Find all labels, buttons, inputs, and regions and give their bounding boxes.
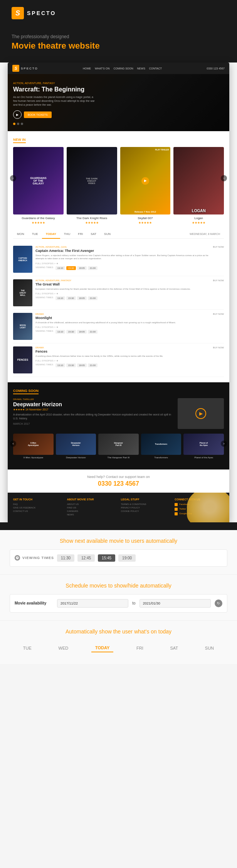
time-pill-1900[interactable]: 19:00 <box>118 554 136 562</box>
footer-link-find[interactable]: FIND US <box>67 507 116 509</box>
cs-right-arrow[interactable]: › <box>221 441 227 447</box>
buy-btn-1[interactable]: BUY NOW <box>213 246 224 248</box>
viewing-label-container: VIEWING TIMES <box>15 555 54 561</box>
feature-section-3: Automatically show the user what's on to… <box>0 621 237 664</box>
featured-movie: DRAMA, THRILLER Deepwater Horizon ★★★★★ … <box>13 398 224 429</box>
time-4-3[interactable]: 18:05 <box>77 363 87 367</box>
footer-link-terms[interactable]: TERMS & CONDITIONS <box>121 503 170 505</box>
hero-desc: As an Orc horde invades the planet Azero… <box>13 95 98 106</box>
skyfall-play-btn[interactable]: ▶ <box>141 177 149 185</box>
day-today[interactable]: TODAY <box>42 230 60 239</box>
poster-bg-1: GUARDIANSOF THEGALAXY <box>13 147 64 214</box>
top-header: S SPECTO <box>0 0 237 26</box>
footer-link-contact[interactable]: CONTACT US <box>13 510 62 512</box>
day-tab-fri[interactable]: FRI <box>133 644 147 652</box>
nav-contact[interactable]: CONTACT <box>149 67 162 70</box>
time-2-2[interactable]: 15:30 <box>66 296 76 300</box>
footer-link-about[interactable]: ABOUT US <box>67 503 116 505</box>
hero-section: ACTION, ADVENTURE, FANTASY Warcraft: The… <box>8 74 229 131</box>
hero-dot-1[interactable] <box>13 123 15 125</box>
feature-3-today: today <box>158 628 171 635</box>
time-pill-1130[interactable]: 11:30 <box>57 554 74 562</box>
cs-card-2[interactable]: DeepwaterHorizon Deepwater Horizon <box>56 434 96 459</box>
time-3-1[interactable]: 13:10 <box>55 330 65 334</box>
time-1-2[interactable]: 15:30 <box>66 266 76 270</box>
footer-link-faq[interactable]: FAQ <box>13 503 62 505</box>
cs-card-5[interactable]: Planet ofthe Apes Planet of the Apes <box>183 434 224 459</box>
day-tab-wed[interactable]: WED <box>55 644 72 652</box>
day-sun[interactable]: SUN <box>100 230 114 239</box>
day-fri[interactable]: FRI <box>74 230 87 239</box>
footer-link-news[interactable]: NEWS <box>67 513 116 516</box>
date-to-input[interactable]: 2021/01/30 <box>140 599 211 608</box>
browser-mockup: S SPECTO HOME WHAT'S ON COMING SOON NEWS… <box>8 62 229 522</box>
time-2-3[interactable]: 18:05 <box>77 296 87 300</box>
coming-soon-label: COMING SOON <box>13 389 39 394</box>
day-sat[interactable]: SAT <box>87 230 100 239</box>
footer-link-careers[interactable]: CAREERS <box>67 510 116 512</box>
time-4-1[interactable]: 13:10 <box>55 363 65 367</box>
time-1-3[interactable]: 18:05 <box>77 266 87 270</box>
time-4-4[interactable]: 21:00 <box>88 363 97 367</box>
cs-title-1: X-Men: Apocalypse <box>13 456 54 459</box>
cs-title-3: The Hangover Part III <box>98 456 139 459</box>
day-tab-sat[interactable]: SAT <box>166 644 182 652</box>
day-mon[interactable]: MON <box>13 230 28 239</box>
time-3-2[interactable]: 15:30 <box>66 330 76 334</box>
site-phone: 0330 123 4567 <box>207 67 225 70</box>
time-pill-1545[interactable]: 15:45 <box>98 554 115 562</box>
buy-btn-3[interactable]: BUY NOW <box>213 313 224 315</box>
refresh-button[interactable]: ↻ <box>215 599 222 607</box>
footer-col-3: LEGAL STUFF TERMS & CONDITIONS PRIVACY P… <box>121 498 170 517</box>
time-4-2[interactable]: 15:30 <box>66 363 76 367</box>
movie-poster-4: LOGAN <box>173 147 224 214</box>
time-3-3[interactable]: 18:05 <box>77 330 87 334</box>
day-tab-today[interactable]: TODAY <box>91 644 113 652</box>
nav-home[interactable]: HOME <box>83 67 91 70</box>
time-pill-1245[interactable]: 12:45 <box>77 554 95 562</box>
time-3-4[interactable]: 21:00 <box>88 330 97 334</box>
movie-title-2: The Dark Knight Rises <box>67 216 117 220</box>
nav-whats-on[interactable]: WHAT'S ON <box>95 67 110 70</box>
hero-dot-3[interactable] <box>21 123 23 125</box>
footer-link-twitter[interactable]: Twitter <box>179 508 186 510</box>
schedule-item-4: FENCES DRAMA Fences A working-class Afri… <box>13 343 224 377</box>
nav-coming-soon[interactable]: COMING SOON <box>113 67 133 70</box>
time-2-1[interactable]: 13:10 <box>55 296 65 300</box>
si-desc-4: A working-class African-American father … <box>35 355 210 358</box>
day-tue[interactable]: TUE <box>28 230 42 239</box>
buy-btn-4[interactable]: BUY NOW <box>213 346 224 349</box>
footer-col-2: ABOUT MOVIE STAR ABOUT US FIND US CAREER… <box>67 498 116 517</box>
nav-news[interactable]: NEWS <box>137 67 145 70</box>
footer-link-feedback[interactable]: GIVE US FEEDBACK <box>13 507 62 509</box>
feature-2-title: Schedule movies to show/hide automatical… <box>10 583 227 589</box>
day-thu[interactable]: THU <box>60 230 74 239</box>
time-1-4[interactable]: 21:00 <box>88 266 97 270</box>
carousel-left-arrow[interactable]: ‹ <box>10 175 16 181</box>
cs-card-3[interactable]: HangoverPart III The Hangover Part III <box>98 434 139 459</box>
carousel-right-arrow[interactable]: › <box>221 175 227 181</box>
schedule-right-4: BUY NOW <box>213 346 224 349</box>
time-2-4[interactable]: 21:00 <box>88 296 97 300</box>
schedule-info-4: DRAMA Fences A working-class African-Ame… <box>35 346 210 367</box>
time-1-1[interactable]: 13:10 <box>55 266 65 270</box>
feature-section-2: Schedule movies to show/hide automatical… <box>0 575 237 621</box>
featured-play-btn[interactable]: ▶ <box>195 408 206 419</box>
logan-label: LOGAN <box>173 209 224 213</box>
buy-btn-2[interactable]: BUY NOW <box>213 279 224 282</box>
footer-link-cookie[interactable]: COOKIE POLICY <box>121 510 170 512</box>
hero-dot-2[interactable] <box>17 123 19 125</box>
date-from-input[interactable]: 2017/11/22 <box>57 599 128 608</box>
movie-title-4: Logan <box>173 216 224 220</box>
schedule-right-1: BUY NOW <box>213 246 224 248</box>
cs-title-2: Deepwater Horizon <box>56 456 96 459</box>
support-phone[interactable]: 0330 123 4567 <box>13 480 224 487</box>
hero-play-button[interactable]: ▶ <box>13 110 22 119</box>
cs-left-arrow[interactable]: ‹ <box>10 441 16 447</box>
cs-card-1[interactable]: X-MenApocalypse X-Men: Apocalypse <box>13 434 54 459</box>
day-tab-tue[interactable]: TUE <box>19 644 35 652</box>
hero-tickets-button[interactable]: BOOK TICKETS <box>24 111 52 118</box>
day-tab-sun[interactable]: SUN <box>201 644 218 652</box>
footer-link-privacy[interactable]: PRIVACY POLICY <box>121 507 170 509</box>
cs-card-4[interactable]: Transformers Transformers <box>141 434 182 459</box>
